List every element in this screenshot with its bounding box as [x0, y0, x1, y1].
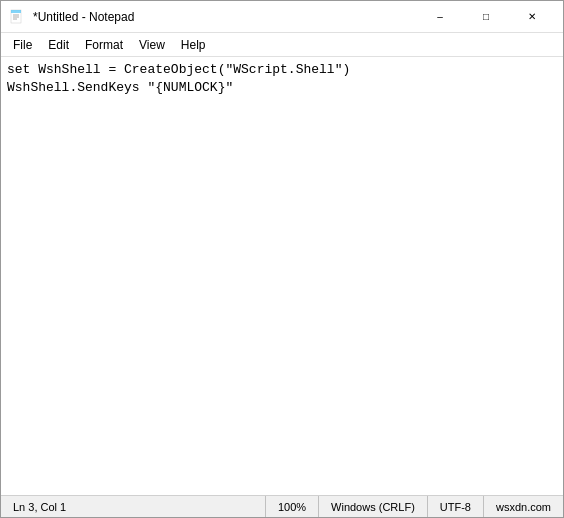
minimize-button[interactable]: – — [417, 1, 463, 33]
menu-help[interactable]: Help — [173, 34, 214, 56]
maximize-button[interactable]: □ — [463, 1, 509, 33]
editor-container — [1, 57, 563, 495]
status-bar: Ln 3, Col 1 100% Windows (CRLF) UTF-8 ws… — [1, 495, 563, 517]
status-line-ending: Windows (CRLF) — [319, 496, 428, 517]
notepad-icon — [9, 9, 25, 25]
window-title: *Untitled - Notepad — [33, 10, 134, 24]
title-bar: *Untitled - Notepad – □ ✕ — [1, 1, 563, 33]
status-encoding: UTF-8 — [428, 496, 484, 517]
title-bar-controls: – □ ✕ — [417, 1, 555, 33]
menu-edit[interactable]: Edit — [40, 34, 77, 56]
menu-bar: File Edit Format View Help — [1, 33, 563, 57]
svg-rect-1 — [11, 10, 21, 13]
menu-format[interactable]: Format — [77, 34, 131, 56]
text-editor[interactable] — [1, 57, 563, 495]
status-zoom: 100% — [266, 496, 319, 517]
menu-file[interactable]: File — [5, 34, 40, 56]
close-button[interactable]: ✕ — [509, 1, 555, 33]
menu-view[interactable]: View — [131, 34, 173, 56]
status-brand: wsxdn.com — [484, 496, 563, 517]
title-bar-left: *Untitled - Notepad — [9, 9, 134, 25]
notepad-window: *Untitled - Notepad – □ ✕ File Edit Form… — [0, 0, 564, 518]
status-position: Ln 3, Col 1 — [1, 496, 266, 517]
